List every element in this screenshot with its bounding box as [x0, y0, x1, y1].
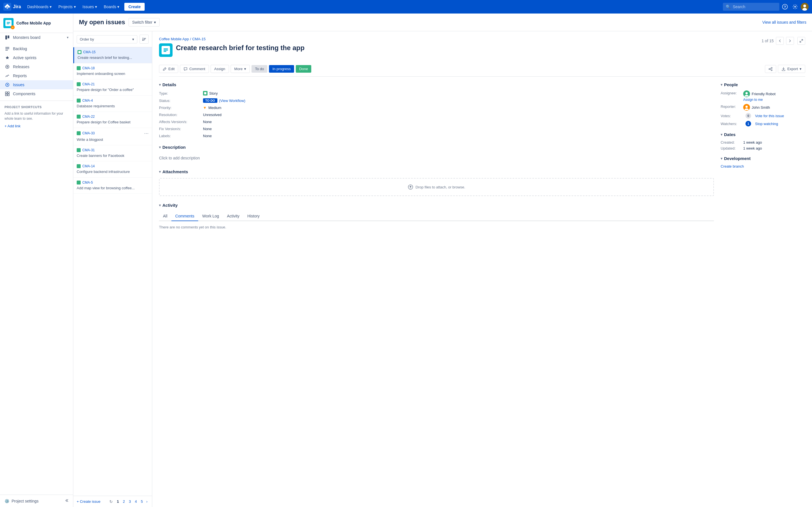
todo-status-button[interactable]: To do	[252, 65, 267, 73]
edit-button[interactable]: Edit	[159, 65, 178, 73]
reporter-avatar	[743, 104, 750, 111]
create-branch-link[interactable]: Create branch	[721, 164, 805, 168]
done-status-button[interactable]: Done	[296, 65, 311, 73]
page-4[interactable]: 4	[133, 499, 139, 504]
help-icon[interactable]: ?	[780, 2, 790, 11]
details-section-header[interactable]: ▾ Type: Details	[159, 82, 714, 87]
activity-tab-activity[interactable]: Activity	[223, 212, 243, 221]
attachments-section-header[interactable]: ▾ Attachments	[159, 169, 714, 174]
expand-issue-button[interactable]	[797, 37, 805, 45]
issue-item-cma-21[interactable]: CMA-21 Prepare design for "Order a coffe…	[73, 79, 152, 96]
sidebar-item-backlog[interactable]: Backlog	[0, 44, 73, 53]
issue-title-cma4: Database requirements	[77, 104, 149, 109]
prev-issue-button[interactable]	[776, 37, 784, 45]
issue-id-cma15[interactable]: CMA-15	[83, 50, 96, 54]
sidebar-item-board[interactable]: Monsters board ▾	[0, 33, 73, 42]
view-all-issues-link[interactable]: View all issues and filters	[762, 20, 806, 24]
comment-button[interactable]: Comment	[180, 65, 209, 73]
issue-item-cma-18[interactable]: CMA-18 Implement onboarding screen	[73, 63, 152, 79]
dates-section-header[interactable]: ▾ Dates	[721, 132, 805, 137]
dashboards-menu[interactable]: Dashboards ▾	[24, 3, 54, 11]
refresh-button[interactable]: ↻	[109, 499, 113, 504]
collapse-sidebar-button[interactable]	[64, 498, 68, 504]
description-placeholder[interactable]: Click to add description	[159, 154, 714, 163]
create-button[interactable]: Create	[124, 3, 145, 11]
issue-id-cma33[interactable]: CMA-33	[82, 131, 95, 135]
stop-watching-link[interactable]: Stop watching	[755, 122, 778, 126]
svg-rect-16	[5, 92, 7, 94]
issue-item-cma-15[interactable]: CMA-15 Create research brief for testing…	[73, 47, 152, 63]
in-progress-status-button[interactable]: In progress	[269, 65, 294, 73]
project-header[interactable]: + Coffee Mobile App	[0, 13, 73, 33]
sidebar-item-reports[interactable]: Reports	[0, 71, 73, 80]
activity-tab-worklog[interactable]: Work Log	[198, 212, 223, 221]
issue-id-cma5[interactable]: CMA-5	[82, 180, 93, 184]
issues-menu[interactable]: Issues ▾	[80, 3, 100, 11]
page-2[interactable]: 2	[121, 499, 126, 504]
issue-item-cma-31[interactable]: CMA-31 Create banners for Facebook	[73, 145, 152, 161]
search-bar[interactable]: 🔍 Search	[723, 3, 779, 11]
vote-for-issue-link[interactable]: Vote for this issue	[755, 114, 784, 118]
create-issue-button[interactable]: + Create issue	[77, 499, 100, 504]
project-settings-link[interactable]: ⚙️ Project settings	[4, 499, 39, 503]
components-label: Components	[13, 92, 35, 96]
svg-rect-22	[163, 50, 168, 51]
people-section-header[interactable]: ▾ People	[721, 82, 805, 87]
sidebar-item-issues[interactable]: Issues	[0, 80, 73, 89]
next-issue-button[interactable]	[786, 37, 794, 45]
project-name: Coffee Mobile App	[16, 21, 70, 25]
next-page-button[interactable]: ›	[145, 499, 149, 504]
svg-point-34	[745, 108, 749, 110]
activity-section-header[interactable]: ▾ Activity	[159, 203, 714, 208]
sort-direction-button[interactable]	[140, 35, 149, 44]
issue-item-cma-22[interactable]: CMA-22 Prepare design for Coffee basket	[73, 112, 152, 128]
story-type-icon	[203, 91, 207, 96]
issue-id-cma18[interactable]: CMA-18	[82, 66, 95, 70]
add-link-button[interactable]: + Add link	[4, 124, 68, 128]
page-1[interactable]: 1	[115, 499, 120, 504]
activity-tab-comments[interactable]: Comments	[171, 212, 199, 221]
development-section-header[interactable]: ▾ Development	[721, 156, 805, 161]
issue-id-cma21[interactable]: CMA-21	[82, 82, 95, 86]
order-by-select[interactable]: Order by ▾	[77, 35, 137, 43]
issue-id-cma31[interactable]: CMA-31	[82, 148, 95, 152]
issue-item-cma-33[interactable]: CMA-33 ⋯ Write a blogpost	[73, 128, 152, 145]
issue-id-cma4[interactable]: CMA-4	[82, 99, 93, 103]
page-5[interactable]: 5	[139, 499, 144, 504]
view-workflow-link[interactable]: (View Workflow)	[219, 99, 245, 103]
sidebar-item-releases[interactable]: Releases	[0, 62, 73, 71]
boards-menu[interactable]: Boards ▾	[101, 3, 122, 11]
issue-id-cma22[interactable]: CMA-22	[82, 115, 95, 119]
description-section-header[interactable]: ▾ Description	[159, 145, 714, 150]
export-button[interactable]: Export ▾	[778, 65, 805, 73]
active-sprints-label: Active sprints	[13, 55, 36, 60]
issue-item-cma-14[interactable]: CMA-14 Configure backend infrastructure	[73, 161, 152, 177]
issue-more-options[interactable]: ⋯	[144, 131, 149, 136]
issue-item-cma-4[interactable]: CMA-4 Database requirements	[73, 96, 152, 112]
switch-filter-button[interactable]: Switch filter ▾	[129, 18, 160, 26]
activity-tab-all[interactable]: All	[159, 212, 171, 221]
breadcrumb-project-link[interactable]: Coffee Mobile App	[159, 37, 189, 41]
sidebar-item-active-sprints[interactable]: Active sprints	[0, 53, 73, 62]
sidebar-item-components[interactable]: Components	[0, 89, 73, 98]
user-avatar[interactable]	[801, 3, 809, 11]
dates-title: Dates	[724, 132, 735, 137]
activity-tab-history[interactable]: History	[243, 212, 264, 221]
page-3[interactable]: 3	[127, 499, 133, 504]
assign-to-me-link[interactable]: Assign to me	[743, 98, 776, 102]
jira-logo[interactable]: Jira	[3, 3, 21, 11]
projects-menu[interactable]: Projects ▾	[56, 3, 79, 11]
activity-tabs: All Comments Work Log Activity History	[159, 212, 714, 221]
type-label: Type:	[159, 91, 199, 96]
more-button[interactable]: More ▾	[231, 65, 250, 73]
issue-item-cma-5[interactable]: CMA-5 Add map view for browsing coffee..…	[73, 178, 152, 194]
svg-rect-10	[5, 47, 9, 48]
breadcrumb-issue-link[interactable]: CMA-15	[192, 37, 206, 41]
share-button[interactable]	[765, 65, 776, 73]
assign-button[interactable]: Assign	[211, 65, 229, 73]
attachments-drop-zone[interactable]: Drop files to attach, or browse.	[159, 178, 714, 196]
issue-id-cma14[interactable]: CMA-14	[82, 164, 95, 168]
updated-row: Updated: 1 week ago	[721, 146, 805, 151]
settings-icon[interactable]	[791, 2, 800, 11]
svg-rect-23	[163, 51, 166, 52]
